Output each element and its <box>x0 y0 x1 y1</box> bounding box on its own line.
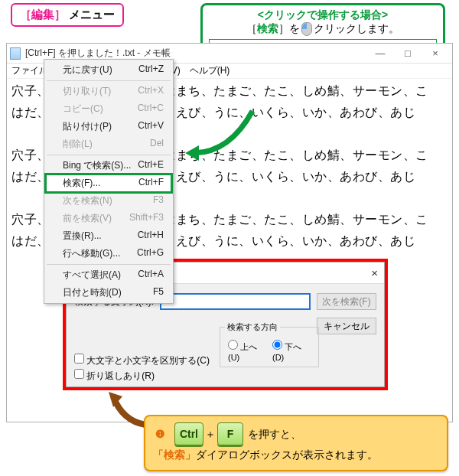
edit-menu-dropdown: 元に戻す(U)Ctrl+Z切り取り(T)Ctrl+Xコピー(C)Ctrl+C貼り… <box>44 59 174 304</box>
menu-word: メニュー <box>66 8 115 21</box>
checkbox-match-case[interactable]: 大文字と小文字を区別する(C) <box>74 353 210 368</box>
cancel-button[interactable]: キャンセル <box>317 318 376 334</box>
svg-marker-0 <box>185 145 199 161</box>
menu-item: 前を検索(V)Shift+F3 <box>46 210 171 227</box>
menu-item[interactable]: 行へ移動(G)...Ctrl+G <box>46 245 171 262</box>
dialog-close-button[interactable]: × <box>356 266 378 279</box>
edit-label: 編集 <box>31 8 54 21</box>
menu-item[interactable]: 貼り付け(P)Ctrl+V <box>46 118 171 135</box>
menu-item: 切り取り(T)Ctrl+X <box>46 83 171 100</box>
menu-separator <box>47 264 171 265</box>
menu-item[interactable]: 元に戻す(U)Ctrl+Z <box>46 61 171 79</box>
keycap-f: F <box>217 422 243 445</box>
window-title: [Ctrl+F] を押しました！.txt - メモ帳 <box>25 47 366 60</box>
menu-item[interactable]: 日付と時刻(D)F5 <box>46 284 171 302</box>
checkbox-wrap[interactable]: 折り返しあり(R) <box>74 368 210 383</box>
callout-click-title: <クリックで操作する場合> <box>209 8 437 22</box>
direction-group: 検索する方向 上へ(U) 下へ(D) <box>220 327 319 367</box>
bracket-close: ］ <box>54 8 66 21</box>
menu-item[interactable]: 検索(F)...Ctrl+F <box>46 174 171 192</box>
minimize-button[interactable]: — <box>366 45 394 62</box>
radio-down[interactable]: 下へ(D) <box>272 340 311 362</box>
menu-item: コピー(C)Ctrl+C <box>46 100 171 118</box>
menu-separator <box>47 155 171 155</box>
tip-ctrl-f: ❶ Ctrl＋F を押すと、 「検索」ダイアログボックスが表示されます。 <box>144 415 448 471</box>
green-arrow-icon <box>184 107 260 168</box>
menu-item[interactable]: Bing で検索(S)...Ctrl+E <box>46 157 171 174</box>
radio-up[interactable]: 上へ(U) <box>228 340 266 362</box>
menu-item: 削除(L)Del <box>46 135 171 153</box>
app-icon <box>10 47 21 60</box>
callout-click-line2: ［検索］をクリックします。 <box>209 22 437 36</box>
maximize-button[interactable]: □ <box>394 45 422 62</box>
menu-item[interactable]: 置換(R)...Ctrl+H <box>46 227 171 245</box>
menu-item: 次を検索(N)F3 <box>46 192 171 210</box>
direction-group-title: 検索する方向 <box>225 321 280 333</box>
callout-edit-menu: ［編集］ メニュー <box>11 3 124 27</box>
find-input[interactable] <box>160 293 311 310</box>
close-button[interactable]: × <box>422 45 449 62</box>
mouse-icon <box>301 22 312 36</box>
step-number-icon: ❶ <box>153 427 167 441</box>
find-next-button[interactable]: 次を検索(F) <box>317 293 376 310</box>
bracket-open: ［ <box>20 8 31 21</box>
menu-item[interactable]: すべて選択(A)Ctrl+A <box>46 266 171 284</box>
menu-separator <box>47 80 171 81</box>
tip-highlight-word: 検索 <box>164 448 185 461</box>
keycap-ctrl: Ctrl <box>174 422 203 445</box>
menu-ヘルプ(H)[interactable]: ヘルプ(H) <box>185 64 235 78</box>
